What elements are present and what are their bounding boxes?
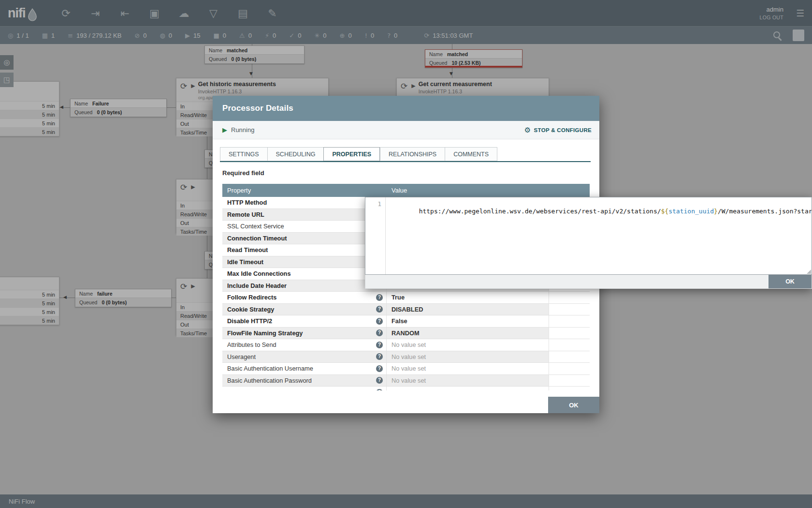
property-row[interactable]: FlowFile Naming Strategy ? RANDOM [222,328,590,340]
property-name: Disable HTTP/2 [227,317,272,325]
property-name: Max Idle Connections [227,270,291,277]
properties-table-header: Property Value [222,184,590,197]
dialog-ok-button[interactable]: OK [548,397,599,413]
dialog-tab[interactable]: SCHEDULING [267,147,324,161]
property-value[interactable]: DISABLED [387,304,549,315]
property-name: Basic Authentication Username [227,365,313,372]
required-field-note: Required field [222,169,599,177]
row-gutter [549,375,590,387]
help-icon[interactable]: ? [376,329,383,336]
property-value[interactable]: No value set [387,375,549,387]
property-row[interactable]: Useragent ? No value set [222,351,590,363]
property-name: FlowFile Naming Strategy [227,329,303,337]
property-value[interactable] [387,387,549,390]
editor-ok-button[interactable]: OK [768,275,812,288]
property-name: Idle Timeout [227,258,263,266]
dialog-tab[interactable]: RELATIONSHIPS [380,147,445,161]
help-icon[interactable]: ? [376,365,383,372]
property-column-header: Property [222,187,387,194]
help-icon[interactable]: ? [376,353,383,360]
running-status-label: Running [231,126,254,134]
property-value[interactable]: No value set [387,339,549,351]
property-name: Connection Timeout [227,235,287,242]
gear-icon: ⚙ [524,126,531,134]
value-editor-popup: 1 https://www.pegelonline.wsv.de/webserv… [365,197,812,289]
property-row[interactable]: Basic Authentication Username ? No value… [222,363,590,375]
dialog-tabs: SETTINGSSCHEDULINGPROPERTIESRELATIONSHIP… [220,147,591,162]
dialog-state-row: ▶ Running ⚙ STOP & CONFIGURE [213,121,599,139]
property-name: Basic Authentication Password [227,377,312,384]
property-name: Remote URL [227,211,264,218]
property-row[interactable]: Basic Authentication Password ? No value… [222,375,590,387]
dialog-tab[interactable]: SETTINGS [220,147,267,161]
line-number-gutter: 1 [365,197,386,274]
row-gutter [549,363,590,374]
help-icon[interactable]: ? [376,389,383,390]
property-name: HTTP Method [227,199,267,206]
help-icon[interactable]: ? [376,294,383,301]
row-gutter [549,351,590,363]
row-gutter [549,292,590,303]
property-value[interactable]: RANDOM [387,328,549,339]
property-name: Cookie Strategy [227,306,274,313]
dialog-title: Processor Details [222,104,293,113]
property-row[interactable]: Follow Redirects ? True [222,292,590,304]
property-value[interactable]: No value set [387,363,549,374]
help-icon[interactable]: ? [376,306,383,313]
property-name: Attributes to Send [227,341,276,348]
help-icon[interactable]: ? [376,318,383,325]
help-icon[interactable]: ? [376,342,383,348]
property-name: Useragent [227,353,256,360]
property-value[interactable]: True [387,292,549,303]
property-name: Follow Redirects [227,294,276,301]
dialog-header: Processor Details [213,96,599,121]
property-value[interactable]: False [387,315,549,327]
row-gutter [549,339,590,351]
stop-and-configure-button[interactable]: ⚙ STOP & CONFIGURE [524,126,592,134]
property-value[interactable]: No value set [387,351,549,363]
row-gutter [549,304,590,315]
value-column-header: Value [387,187,407,194]
code-segment: } [714,208,718,215]
code-segment: https://www.pegelonline.wsv.de/webservic… [419,208,661,215]
property-name: SSL Context Service [227,223,284,230]
value-editor[interactable]: 1 https://www.pegelonline.wsv.de/webserv… [365,197,812,275]
editor-footer: OK [365,275,812,289]
dialog-tab[interactable]: COMMENTS [445,147,497,161]
dialog-tab[interactable]: PROPERTIES [323,147,380,161]
resize-handle[interactable] [807,269,811,274]
property-row[interactable]: ? [222,387,590,390]
property-row[interactable]: Attributes to Send ? No value set [222,339,590,351]
property-row[interactable]: Cookie Strategy ? DISABLED [222,304,590,316]
row-gutter [549,387,590,390]
code-segment: /W/measurements.json?start=P30D [718,208,812,215]
row-gutter [549,315,590,327]
row-gutter [549,328,590,339]
running-status-icon: ▶ [222,126,227,134]
property-name: Read Timeout [227,246,268,254]
property-row[interactable]: Disable HTTP/2 ? False [222,315,590,328]
editor-content[interactable]: https://www.pegelonline.wsv.de/webservic… [386,197,812,274]
help-icon[interactable]: ? [376,377,383,384]
line-number: 1 [377,200,381,208]
property-name: Include Date Header [227,282,287,289]
code-segment: station_uuid [668,208,714,215]
code-segment: ${ [661,208,669,215]
